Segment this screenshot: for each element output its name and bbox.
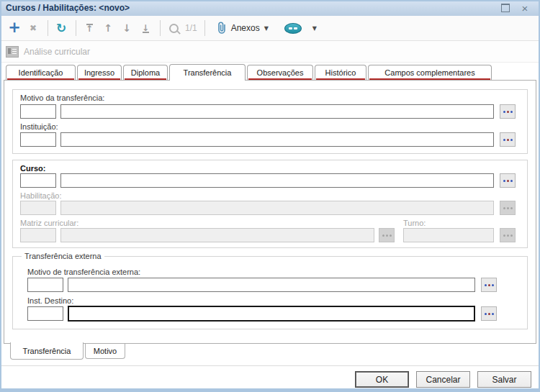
motivo-externa-lookup-button[interactable] [481, 278, 497, 292]
next-record-button[interactable]: ↓ [118, 19, 135, 37]
tab-identificacao[interactable]: Identificação [6, 65, 76, 80]
dialog-window: Cursos / Habilitações: <novo> × + ✖ ↻ ↑ … [0, 0, 540, 392]
cancel-button[interactable]: Cancelar [416, 371, 470, 388]
instituicao-desc-input[interactable] [60, 132, 494, 147]
habilitacao-lookup-button [500, 201, 516, 215]
instituicao-code-input[interactable] [20, 132, 56, 147]
paperclip-icon [217, 22, 227, 35]
maximize-icon [501, 4, 510, 12]
motivo-externa-label: Motivo de transferência externa: [27, 268, 140, 276]
anexos-caret-icon: ▼ [264, 25, 269, 32]
next-record-icon: ↓ [122, 23, 131, 33]
titlebar: Cursos / Habilitações: <novo> × [0, 0, 540, 17]
search-icon [169, 24, 179, 33]
turno-lookup-button [500, 228, 516, 242]
turno-input [403, 228, 494, 242]
window-title: Cursos / Habilitações: <novo> [6, 0, 130, 16]
instituicao-label: Instituição: [20, 122, 58, 131]
delete-icon: ✖ [30, 24, 37, 32]
process-caret-icon: ▼ [312, 25, 317, 32]
ok-button[interactable]: OK [355, 371, 409, 388]
instituicao-lookup-button[interactable] [500, 132, 516, 147]
matriz-lookup-button [379, 228, 395, 242]
process-icon [284, 23, 302, 34]
bottom-tab-label: Transferência [23, 347, 71, 355]
habilitacao-desc-input [60, 201, 494, 215]
motivo-transferencia-lookup-button[interactable] [500, 104, 516, 119]
search-button[interactable] [165, 19, 182, 37]
motivo-externa-code-input[interactable] [27, 278, 63, 292]
last-record-button[interactable]: ↓ [137, 19, 154, 37]
habilitacao-code-input [20, 201, 56, 215]
motivo-externa-desc-input[interactable] [68, 278, 475, 292]
first-record-icon: ↑ [86, 24, 93, 33]
toolbar: + ✖ ↻ ↑ ↑ ↓ ↓ 1/1 Anexos ▼ ▼ [0, 16, 540, 41]
tab-label: Diploma [131, 68, 160, 77]
curso-label: Curso: [20, 164, 45, 173]
footer-separator [0, 365, 540, 366]
tab-label: Observações [257, 68, 304, 77]
tab-ingresso[interactable]: Ingresso [77, 65, 122, 80]
previous-record-button[interactable]: ↑ [99, 19, 117, 37]
tab-label: Identificação [19, 68, 63, 77]
bottom-tab-transferencia[interactable]: Transferência [10, 342, 84, 360]
record-counter: 1/1 [185, 23, 197, 33]
toolbar-separator [76, 20, 76, 36]
anexos-button[interactable]: Anexos ▼ [212, 19, 273, 37]
matriz-desc-input [60, 228, 374, 242]
toolbar-separator [204, 20, 205, 36]
toolbar-separator [160, 20, 161, 36]
tab-historico[interactable]: Histórico [315, 65, 366, 80]
add-record-button[interactable]: + [6, 19, 23, 37]
first-record-button[interactable]: ↑ [81, 19, 98, 37]
tab-observacoes[interactable]: Observações [247, 65, 313, 80]
add-icon: + [8, 20, 21, 35]
process-dropdown-button[interactable]: ▼ [306, 19, 323, 37]
curso-lookup-button[interactable] [500, 173, 516, 188]
toolbar-separator [48, 20, 48, 36]
matriz-curricular-label: Matriz curricular: [20, 219, 78, 227]
tab-campos-complementares[interactable]: Campos complementares [368, 65, 492, 80]
tab-label: Campos complementares [384, 68, 474, 77]
bottom-tab-label: Motivo [94, 347, 117, 355]
analise-curricular-bar[interactable]: Análise curricular [0, 41, 540, 63]
process-button[interactable] [280, 19, 306, 37]
curso-desc-input[interactable] [60, 173, 494, 188]
save-button[interactable]: Salvar [477, 371, 531, 388]
maximize-button[interactable] [498, 0, 513, 16]
tab-label: Ingresso [84, 68, 114, 77]
motivo-transferencia-desc-input[interactable] [60, 104, 494, 119]
close-button[interactable]: × [517, 0, 533, 16]
analise-curricular-icon [6, 46, 19, 58]
tab-label: Histórico [325, 68, 356, 77]
tab-label: Transferência [184, 68, 232, 77]
habilitacao-label: Habilitação: [20, 191, 61, 200]
refresh-icon: ↻ [56, 22, 66, 35]
curso-code-input[interactable] [20, 173, 56, 188]
matriz-code-input [20, 228, 56, 242]
last-record-icon: ↓ [142, 24, 149, 33]
previous-record-icon: ↑ [104, 23, 112, 33]
transferencia-externa-legend: Transferência externa [22, 252, 104, 260]
tab-transferencia[interactable]: Transferência [169, 64, 246, 81]
tab-diploma[interactable]: Diploma [123, 65, 168, 80]
refresh-button[interactable]: ↻ [53, 19, 70, 37]
analise-curricular-label: Análise curricular [24, 47, 90, 57]
inst-destino-label: Inst. Destino: [27, 296, 73, 305]
turno-label: Turno: [403, 219, 426, 227]
inst-destino-code-input[interactable] [27, 306, 63, 321]
delete-record-button[interactable]: ✖ [24, 19, 42, 37]
anexos-label: Anexos [231, 23, 260, 33]
inst-destino-desc-input[interactable] [68, 306, 475, 322]
inst-destino-lookup-button[interactable] [481, 306, 497, 321]
bottom-tab-motivo[interactable]: Motivo [85, 344, 125, 359]
close-icon: × [522, 3, 528, 14]
motivo-transferencia-code-input[interactable] [20, 104, 56, 119]
motivo-transferencia-label: Motivo da transferência: [20, 94, 104, 102]
